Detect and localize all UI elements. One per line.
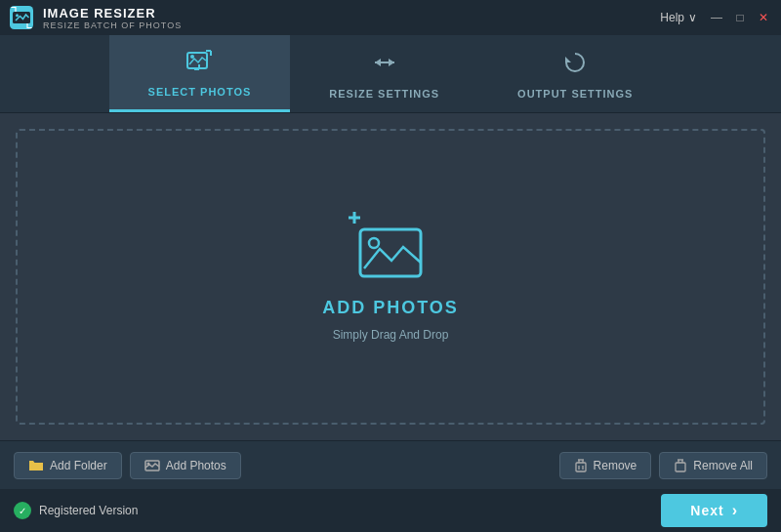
- registered-version: ✓ Registered Version: [14, 502, 138, 519]
- output-settings-icon: [561, 49, 589, 82]
- add-folder-button[interactable]: Add Folder: [14, 452, 122, 479]
- remove-all-button[interactable]: Remove All: [659, 452, 767, 479]
- add-photos-label: ADD PHOTOS: [322, 298, 459, 318]
- svg-marker-11: [389, 59, 394, 66]
- maximize-button[interactable]: □: [732, 10, 748, 25]
- tab-select-photos[interactable]: SELECT PHOTOS: [109, 35, 291, 112]
- check-icon: ✓: [14, 502, 31, 519]
- registered-label: Registered Version: [39, 504, 138, 517]
- svg-point-18: [146, 462, 149, 465]
- next-label: Next: [690, 503, 723, 518]
- remove-icon: [574, 459, 588, 472]
- tab-resize-settings-label: RESIZE SETTINGS: [329, 88, 439, 100]
- app-icon: [10, 6, 33, 29]
- help-button[interactable]: Help ∨: [660, 11, 697, 24]
- bottom-toolbar: Add Folder Add Photos Remove: [0, 440, 781, 489]
- remove-label: Remove: [594, 459, 637, 472]
- app-title-main: IMAGE RESIZER: [43, 6, 182, 20]
- tab-bar: SELECT PHOTOS RESIZE SETTINGS OUTPUT SET…: [0, 35, 781, 113]
- chevron-down-icon: ∨: [688, 11, 697, 24]
- remove-all-label: Remove All: [693, 459, 753, 472]
- resize-settings-icon: [371, 49, 398, 82]
- svg-rect-13: [360, 229, 421, 276]
- svg-marker-12: [565, 57, 571, 62]
- window-controls: — □ ✕: [709, 10, 771, 25]
- add-photos-sublabel: Simply Drag And Drop: [333, 328, 449, 342]
- svg-marker-10: [375, 59, 381, 66]
- svg-point-2: [16, 14, 19, 17]
- main-content: ADD PHOTOS Simply Drag And Drop: [0, 113, 781, 440]
- title-bar-right: Help ∨ — □ ✕: [660, 10, 771, 25]
- tab-output-settings[interactable]: OUTPUT SETTINGS: [478, 35, 672, 112]
- add-photos-button[interactable]: Add Photos: [130, 452, 241, 479]
- next-button[interactable]: Next ›: [661, 494, 767, 527]
- toolbar-left: Add Folder Add Photos: [14, 452, 241, 479]
- close-button[interactable]: ✕: [756, 10, 771, 25]
- title-bar-left: IMAGE RESIZER RESIZE BATCH OF PHOTOS: [10, 6, 182, 30]
- svg-rect-25: [676, 463, 685, 471]
- add-folder-label: Add Folder: [50, 459, 107, 472]
- remove-button[interactable]: Remove: [559, 452, 652, 479]
- help-label: Help: [660, 11, 684, 24]
- toolbar-right: Remove Remove All: [559, 452, 767, 479]
- photo-icon: [144, 459, 160, 472]
- svg-point-4: [190, 55, 194, 59]
- status-bar: ✓ Registered Version Next ›: [0, 489, 781, 532]
- select-photos-icon: [185, 47, 213, 80]
- tab-select-photos-label: SELECT PHOTOS: [148, 86, 252, 98]
- tab-resize-settings[interactable]: RESIZE SETTINGS: [290, 35, 478, 112]
- folder-icon: [28, 459, 44, 472]
- svg-point-14: [369, 238, 379, 248]
- minimize-button[interactable]: —: [709, 10, 724, 25]
- svg-rect-19: [576, 463, 586, 471]
- app-title: IMAGE RESIZER RESIZE BATCH OF PHOTOS: [43, 6, 182, 30]
- drop-zone[interactable]: ADD PHOTOS Simply Drag And Drop: [16, 129, 765, 425]
- add-photos-icon: [347, 212, 434, 288]
- next-arrow-icon: ›: [732, 502, 738, 519]
- tab-output-settings-label: OUTPUT SETTINGS: [517, 88, 633, 100]
- remove-all-icon: [674, 459, 687, 472]
- add-photos-btn-label: Add Photos: [166, 459, 226, 472]
- title-bar: IMAGE RESIZER RESIZE BATCH OF PHOTOS Hel…: [0, 0, 781, 35]
- app-title-sub: RESIZE BATCH OF PHOTOS: [43, 20, 182, 30]
